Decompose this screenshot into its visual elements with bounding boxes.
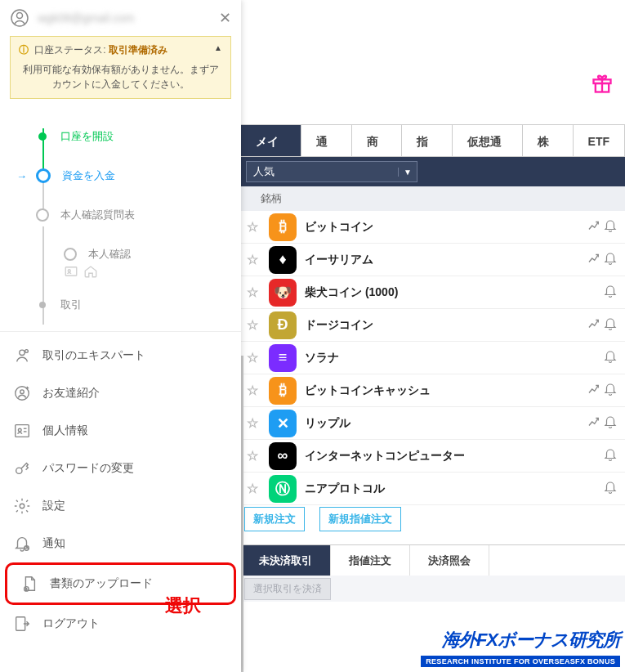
account-panel: wgk08@gmail.com ✕ ⓘ 口座ステータス: 取引準備済み ▲ 利用… — [0, 0, 241, 672]
gift-icon[interactable] — [591, 72, 614, 95]
menu-label: 個人情報 — [42, 423, 88, 438]
favorite-star-icon[interactable]: ☆ — [244, 383, 261, 398]
step-deposit[interactable]: → 資金を入金 — [36, 156, 241, 195]
alert-bell-icon[interactable] — [602, 349, 618, 367]
new-order-button[interactable]: 新規注文 — [244, 507, 305, 531]
instrument-row[interactable]: ☆✕リップル — [241, 407, 625, 440]
menu-password[interactable]: パスワードの変更 — [0, 450, 241, 487]
tab-stock[interactable]: 株式 — [523, 125, 574, 156]
instrument-row[interactable]: ☆≡ソラナ — [241, 342, 625, 374]
chart-icon[interactable] — [586, 414, 602, 432]
menu-refer[interactable]: お友達紹介 — [0, 374, 241, 412]
info-icon: ⓘ — [19, 44, 29, 56]
coin-icon: 🐶 — [269, 279, 297, 307]
alert-bell-icon[interactable] — [602, 218, 618, 236]
favorite-star-icon[interactable]: ☆ — [244, 252, 261, 267]
alert-bell-icon[interactable] — [602, 414, 618, 432]
tab-crypto[interactable]: 仮想通貨 — [453, 125, 523, 156]
filter-bar: 人気 ▼ — [241, 157, 625, 186]
step-questionnaire[interactable]: 本人確認質問表 — [36, 195, 241, 235]
menu-upload-documents[interactable]: 書類のアップロード — [5, 562, 236, 605]
document-upload-icon — [20, 575, 38, 593]
tab-commodity[interactable]: 商品 — [352, 125, 403, 156]
chart-icon[interactable] — [586, 316, 602, 334]
tab-currency[interactable]: 通貨 — [301, 125, 352, 156]
alert-bell-icon[interactable] — [602, 316, 618, 334]
step-label: 取引 — [60, 298, 82, 312]
instrument-name: ビットコインキャッシュ — [305, 383, 586, 398]
coin-icon: ♦ — [269, 246, 297, 274]
menu-expert[interactable]: 取引のエキスパート — [0, 337, 241, 374]
menu-label: 書類のアップロード — [50, 576, 153, 591]
alert-bell-icon[interactable] — [602, 284, 618, 302]
instrument-row[interactable]: ☆₿ビットコインキャッシュ — [241, 374, 625, 407]
status-value: 取引準備済み — [109, 44, 167, 56]
instrument-name: リップル — [305, 416, 586, 431]
collapse-caret-icon[interactable]: ▲ — [214, 43, 222, 52]
favorite-star-icon[interactable]: ☆ — [244, 350, 261, 365]
tab-index[interactable]: 指数 — [402, 125, 453, 156]
svg-point-4 — [17, 13, 23, 19]
order-buttons: 新規注文 新規指値注文 — [241, 507, 401, 531]
tab-limit-orders[interactable]: 指値注文 — [331, 545, 410, 576]
chart-icon[interactable] — [586, 382, 602, 400]
alert-bell-icon[interactable] — [602, 251, 618, 269]
footer-en: RESEARCH INSTITUTE FOR OVERSEASFX BONUS — [421, 656, 620, 667]
instrument-row[interactable]: ☆🐶柴犬コイン (1000) — [241, 276, 625, 309]
instrument-name: 柴犬コイン (1000) — [305, 285, 586, 300]
menu-logout[interactable]: ログアウト — [0, 605, 241, 643]
menu-label: お友達紹介 — [42, 386, 100, 401]
refer-icon — [13, 384, 31, 402]
favorite-star-icon[interactable]: ☆ — [244, 415, 261, 431]
close-selected-button[interactable]: 選択取引を決済 — [244, 578, 331, 600]
instrument-row[interactable]: ☆∞インターネットコンピューター — [241, 440, 625, 473]
svg-point-18 — [20, 504, 25, 508]
menu-settings[interactable]: 設定 — [0, 487, 241, 525]
step-trade[interactable]: 取引 — [36, 285, 241, 325]
menu-label: パスワードの変更 — [42, 461, 134, 476]
menu-notifications[interactable]: 通知 — [0, 525, 241, 562]
tab-etf[interactable]: ETF — [574, 125, 625, 156]
close-selected-bar: 選択取引を決済 — [241, 576, 625, 602]
column-header-label: 銘柄 — [261, 191, 282, 206]
coin-icon: ₿ — [269, 213, 297, 241]
step-open-account[interactable]: 口座を開設 — [36, 117, 241, 156]
chart-icon[interactable] — [586, 218, 602, 236]
alert-bell-icon[interactable] — [602, 447, 618, 465]
account-status-box[interactable]: ⓘ 口座ステータス: 取引準備済み ▲ 利用可能な有効保有額がありません。まずア… — [10, 36, 231, 99]
svg-point-7 — [20, 350, 25, 355]
tab-open-positions[interactable]: 未決済取引 — [241, 545, 331, 576]
favorite-star-icon[interactable]: ☆ — [244, 317, 261, 333]
coin-icon: ≡ — [269, 344, 297, 372]
coin-icon: ₿ — [269, 377, 297, 405]
chart-icon[interactable] — [586, 251, 602, 269]
avatar-icon — [10, 8, 29, 28]
tab-history[interactable]: 決済照会 — [410, 545, 489, 576]
new-limit-order-button[interactable]: 新規指値注文 — [319, 507, 401, 531]
menu-profile[interactable]: 個人情報 — [0, 412, 241, 450]
favorite-star-icon[interactable]: ☆ — [244, 284, 261, 300]
favorite-star-icon[interactable]: ☆ — [244, 481, 261, 496]
instrument-row[interactable]: ☆Ⓝニアプロトコル — [241, 473, 625, 505]
alert-bell-icon[interactable] — [602, 382, 618, 400]
favorite-star-icon[interactable]: ☆ — [244, 219, 261, 235]
instrument-row[interactable]: ☆♦イーサリアム — [241, 244, 625, 276]
filter-select[interactable]: 人気 ▼ — [246, 161, 417, 182]
step-identity[interactable]: 本人確認 — [64, 235, 241, 274]
instrument-row[interactable]: ☆₿ビットコイン — [241, 211, 625, 244]
instrument-name: ビットコイン — [305, 220, 586, 235]
status-message: 利用可能な有効保有額がありません。まずアカウントに入金してください。 — [19, 62, 222, 92]
instrument-name: インターネットコンピューター — [305, 449, 586, 464]
svg-point-10 — [20, 390, 25, 394]
favorite-star-icon[interactable]: ☆ — [244, 448, 261, 464]
tab-main[interactable]: メイン — [241, 125, 301, 156]
close-icon[interactable]: ✕ — [219, 9, 231, 27]
step-label: 口座を開設 — [60, 129, 114, 144]
instrument-list: ☆₿ビットコイン☆♦イーサリアム☆🐶柴犬コイン (1000)☆Ðドージコイン☆≡… — [241, 211, 625, 505]
annotation-select: 選択 — [165, 594, 201, 618]
alert-bell-icon[interactable] — [602, 480, 618, 498]
instrument-row[interactable]: ☆Ðドージコイン — [241, 309, 625, 342]
svg-point-17 — [16, 468, 22, 473]
instrument-name: ソラナ — [305, 351, 586, 365]
instrument-name: イーサリアム — [305, 253, 586, 267]
